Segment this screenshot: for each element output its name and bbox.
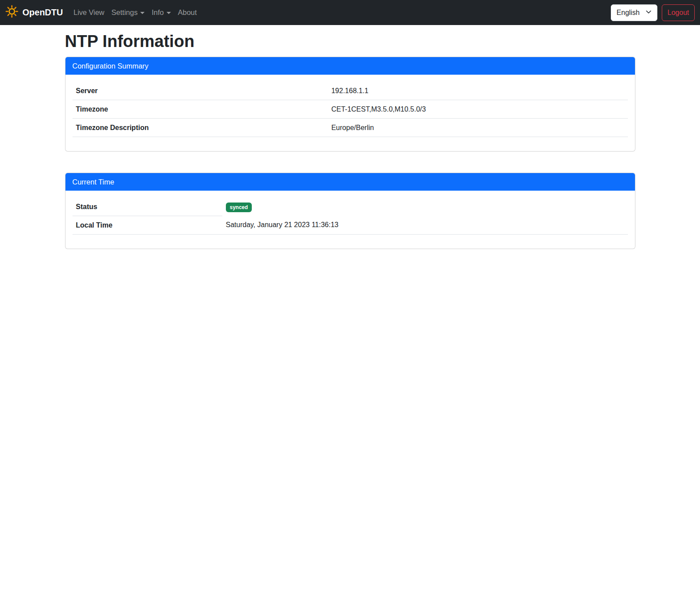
row-value: 192.168.1.1 (328, 82, 628, 100)
logout-button[interactable]: Logout (662, 4, 695, 21)
navbar: OpenDTU Live View Settings Info About En… (0, 0, 700, 25)
card-header-configuration-summary: Configuration Summary (65, 57, 635, 75)
nav-item-label: Live View (73, 8, 104, 17)
row-label: Server (73, 82, 328, 100)
nav-item-label: About (178, 8, 197, 17)
nav-links: Live View Settings Info About (70, 5, 200, 20)
dropdown-caret-icon (167, 12, 171, 14)
chevron-down-icon (646, 9, 652, 17)
dropdown-caret-icon (140, 12, 145, 14)
language-select[interactable]: English (611, 4, 657, 21)
main-content: NTP Information Configuration Summary Se… (65, 31, 635, 249)
card-header-current-time: Current Time (65, 173, 635, 191)
row-label: Timezone Description (73, 118, 328, 137)
current-time-table: Status synced Local Time Saturday, Janua… (73, 198, 628, 235)
nav-item-info[interactable]: Info (148, 5, 174, 20)
card-body: Status synced Local Time Saturday, Janua… (65, 191, 635, 249)
row-value: CET-1CEST,M3.5.0,M10.5.0/3 (328, 100, 628, 118)
language-select-value: English (617, 9, 639, 17)
status-badge: synced (226, 203, 252, 212)
table-row-timezone: Timezone CET-1CEST,M3.5.0,M10.5.0/3 (73, 100, 628, 118)
table-row-local-time: Local Time Saturday, January 21 2023 11:… (73, 216, 628, 234)
table-row-server: Server 192.168.1.1 (73, 82, 628, 100)
configuration-summary-table: Server 192.168.1.1 Timezone CET-1CEST,M3… (73, 82, 628, 137)
row-value: Europe/Berlin (328, 118, 628, 137)
nav-item-label: Info (152, 8, 164, 17)
brand-label: OpenDTU (22, 7, 63, 18)
sun-logo-icon (5, 5, 18, 20)
nav-item-about[interactable]: About (174, 5, 200, 20)
card-body: Server 192.168.1.1 Timezone CET-1CEST,M3… (65, 75, 635, 151)
nav-item-live-view[interactable]: Live View (70, 5, 108, 20)
row-label: Timezone (73, 100, 328, 118)
configuration-summary-card: Configuration Summary Server 192.168.1.1… (65, 57, 635, 152)
page-title: NTP Information (65, 31, 635, 52)
table-row-status: Status synced (73, 198, 628, 216)
navbar-right: English Logout (611, 4, 695, 21)
brand-link[interactable]: OpenDTU (5, 5, 63, 20)
current-time-card: Current Time Status synced Local Time Sa… (65, 173, 635, 249)
nav-item-settings[interactable]: Settings (108, 5, 149, 20)
row-label: Status (73, 198, 222, 216)
row-label: Local Time (73, 216, 222, 234)
row-value: synced (222, 198, 628, 216)
table-row-timezone-description: Timezone Description Europe/Berlin (73, 118, 628, 137)
nav-item-label: Settings (112, 8, 138, 17)
navbar-left: OpenDTU Live View Settings Info About (5, 5, 200, 20)
row-value: Saturday, January 21 2023 11:36:13 (222, 216, 628, 234)
